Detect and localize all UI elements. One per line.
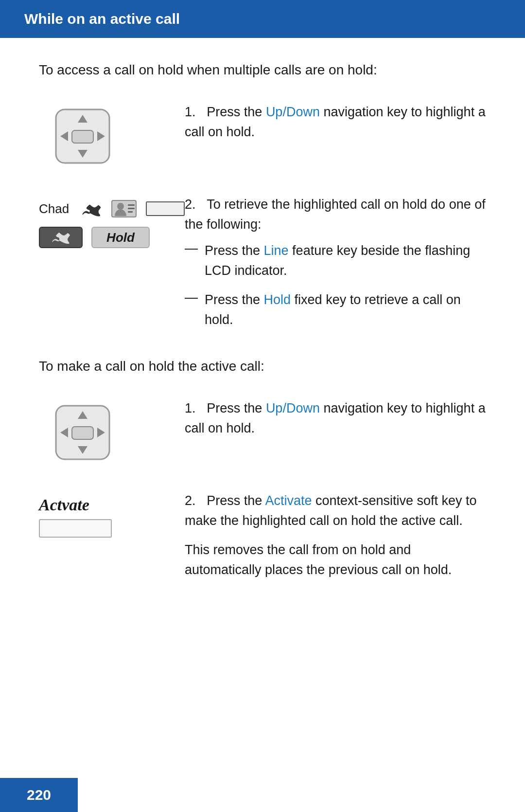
page-content: To access a call on hold when multiple c… <box>0 62 525 579</box>
step2b-text: Press the Activate context-sensitive sof… <box>185 493 477 528</box>
hold-button: Hold <box>91 227 150 248</box>
chad-row: Chad <box>39 199 185 218</box>
sub-bullet-1: — Press the Line feature key beside the … <box>185 241 486 280</box>
additional-text: This removes the call from on hold and a… <box>185 540 486 579</box>
step1-num: 1. <box>185 105 203 119</box>
contact-icon <box>111 199 137 218</box>
phone-handset-icon <box>81 201 102 217</box>
sub-bullet-2: — Press the Hold fixed key to retrieve a… <box>185 290 486 329</box>
nav-key-icon <box>53 107 112 165</box>
header-bar: While on an active call <box>0 0 525 38</box>
step2-retrieve-text: To retrieve the highlighted call on hold… <box>185 197 486 232</box>
activate-box <box>39 519 112 538</box>
svg-rect-8 <box>128 204 135 206</box>
header-title: While on an active call <box>24 11 180 27</box>
step1b-text-col: 1. Press the Up/Down navigation key to h… <box>165 398 486 438</box>
activate-section: Actvate <box>39 496 112 538</box>
page-number-bar: 220 <box>0 778 78 812</box>
nav-key-icon-2 <box>53 403 112 462</box>
step1-text-col: 1. Press the Up/Down navigation key to h… <box>165 102 486 142</box>
bullet2-text: Press the Hold fixed key to retrieve a c… <box>205 290 486 329</box>
step1-text: Press the Up/Down navigation key to high… <box>185 105 486 139</box>
section-1: 1. Press the Up/Down navigation key to h… <box>39 102 486 165</box>
svg-rect-12 <box>72 427 93 439</box>
activate-link[interactable]: Activate <box>265 493 312 508</box>
step2b-num: 2. <box>185 493 203 508</box>
page-number: 220 <box>27 787 51 803</box>
chad-label: Chad <box>39 201 69 217</box>
step1b-num: 1. <box>185 401 203 415</box>
svg-point-7 <box>117 203 124 210</box>
step2-text-col: 2. To retrieve the highlighted call on h… <box>165 195 486 329</box>
nav-key-image-col <box>39 102 165 165</box>
svg-rect-1 <box>72 130 93 143</box>
dash-1: — <box>185 241 198 256</box>
svg-rect-9 <box>128 208 135 209</box>
step1b-text: Press the Up/Down navigation key to high… <box>185 401 486 435</box>
hold-row: Hold <box>39 227 185 248</box>
chad-image-col: Chad <box>39 195 165 248</box>
line-link[interactable]: Line <box>264 243 289 258</box>
step2b-text-col: 2. Press the Activate context-sensitive … <box>165 491 486 579</box>
dash-2: — <box>185 290 198 305</box>
intro-text-1: To access a call on hold when multiple c… <box>39 62 486 78</box>
hold-link[interactable]: Hold <box>264 292 291 307</box>
step2-num: 2. <box>185 197 203 212</box>
phone-dark-btn <box>39 227 83 248</box>
bullet1-text: Press the Line feature key beside the fl… <box>205 241 486 280</box>
nav-key-image-col-2 <box>39 398 165 462</box>
section-4: Actvate 2. Press the Activate context-se… <box>39 491 486 579</box>
phone-icons: Chad <box>39 199 185 248</box>
updown-link-2[interactable]: Up/Down <box>266 401 320 415</box>
activate-label: Actvate <box>39 496 89 514</box>
phone-dark-icon <box>50 231 71 244</box>
updown-link-1[interactable]: Up/Down <box>266 105 320 119</box>
section-3: 1. Press the Up/Down navigation key to h… <box>39 398 486 462</box>
intro-text-2: To make a call on hold the active call: <box>39 359 486 374</box>
svg-rect-10 <box>128 211 133 213</box>
activate-image-col: Actvate <box>39 491 165 538</box>
section-2: Chad <box>39 195 486 329</box>
